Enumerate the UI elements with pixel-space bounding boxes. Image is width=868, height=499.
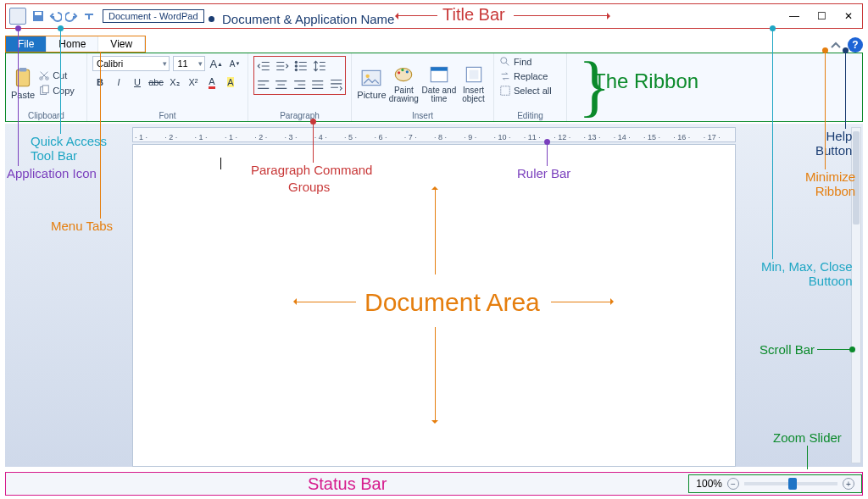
- undo-icon[interactable]: [48, 9, 62, 23]
- tab-view[interactable]: View: [98, 36, 145, 52]
- picture-icon: [360, 67, 382, 89]
- svg-point-15: [402, 68, 404, 70]
- subscript-button[interactable]: X₂: [167, 75, 182, 90]
- qat-customize-icon[interactable]: [82, 9, 96, 23]
- paste-icon: [12, 67, 34, 89]
- calendar-icon: [428, 64, 450, 86]
- indent-decrease-icon[interactable]: [256, 58, 271, 74]
- application-icon[interactable]: [9, 8, 26, 25]
- group-insert: Picture Paint drawing Date and time Inse…: [352, 53, 494, 121]
- svg-point-8: [295, 61, 298, 64]
- svg-rect-3: [19, 68, 27, 71]
- window-title: Document - WordPad: [103, 9, 204, 23]
- bullets-icon[interactable]: [293, 58, 309, 74]
- title-bar: Document - WordPad — ☐ ✕: [5, 3, 863, 29]
- tab-file[interactable]: File: [6, 36, 47, 52]
- highlight-button[interactable]: A: [223, 75, 238, 90]
- svg-point-16: [406, 70, 409, 73]
- align-center-icon[interactable]: [274, 77, 288, 92]
- svg-point-21: [501, 58, 507, 64]
- svg-point-14: [398, 71, 400, 74]
- group-font: Calibri 11 A▲ A▼ B I U abc X₂ X² A A Fon…: [87, 53, 248, 121]
- shrink-font-button[interactable]: A▼: [227, 56, 242, 71]
- font-size-combo[interactable]: 11: [173, 56, 205, 71]
- label-win-buttons: Min, Max, Close Buttoon: [761, 259, 853, 288]
- group-paragraph: Paragraph: [248, 53, 352, 121]
- text-cursor: [220, 158, 221, 169]
- insert-paint-button[interactable]: Paint drawing: [388, 64, 420, 103]
- zoom-thumb[interactable]: [788, 478, 797, 490]
- label-qat: Quick Access Tool Bar: [31, 134, 107, 163]
- label-ribbon: The Ribbon: [593, 69, 698, 93]
- strike-button[interactable]: abc: [148, 75, 164, 90]
- align-right-icon[interactable]: [292, 77, 307, 92]
- svg-point-10: [295, 69, 298, 71]
- font-family-combo[interactable]: Calibri: [92, 56, 170, 71]
- select-all-button[interactable]: Select all: [499, 85, 561, 97]
- svg-point-9: [295, 64, 298, 67]
- label-app-icon: Application Icon: [7, 166, 97, 180]
- label-title-bar: Title Bar: [442, 5, 505, 25]
- insert-date-button[interactable]: Date and time: [421, 64, 457, 103]
- insert-picture-button[interactable]: Picture: [357, 67, 387, 100]
- label-status-bar: Status Bar: [6, 474, 688, 494]
- copy-icon: [38, 85, 50, 97]
- grow-font-button[interactable]: A▲: [209, 56, 224, 71]
- align-left-icon[interactable]: [256, 77, 270, 92]
- close-button[interactable]: ✕: [835, 7, 862, 25]
- minimize-ribbon-icon[interactable]: [829, 39, 843, 53]
- cut-icon: [38, 69, 50, 81]
- label-para-groups-1: Paragraph Command: [251, 163, 372, 177]
- label-doc-app: Document & Application Name: [222, 12, 394, 26]
- zoom-slider: 100% − +: [688, 474, 862, 493]
- status-bar: Status Bar 100% − +: [5, 472, 863, 496]
- ruler-bar[interactable]: · 1 ·· 2 ·· 1 ·· 1 ·· 2 ·· 3 ·· 4 ·· 5 ·…: [132, 127, 736, 142]
- align-justify-icon[interactable]: [310, 77, 325, 92]
- label-document-area: Document Area: [364, 288, 540, 317]
- svg-rect-22: [501, 86, 510, 96]
- zoom-percent: 100%: [696, 478, 722, 490]
- superscript-button[interactable]: X²: [186, 75, 201, 90]
- svg-rect-18: [431, 67, 448, 70]
- svg-rect-20: [469, 69, 478, 79]
- label-menu-tabs: Menu Tabs: [51, 219, 113, 233]
- label-scroll: Scroll Bar: [760, 342, 815, 357]
- indent-increase-icon[interactable]: [275, 58, 290, 74]
- line-spacing-icon[interactable]: [312, 58, 327, 74]
- label-help: Help Button: [815, 129, 852, 158]
- minimize-button[interactable]: —: [781, 7, 808, 25]
- svg-rect-1: [35, 12, 42, 15]
- select-all-icon: [499, 85, 511, 97]
- zoom-out-button[interactable]: −: [727, 478, 739, 490]
- replace-icon: [499, 70, 511, 82]
- zoom-in-button[interactable]: +: [843, 478, 854, 490]
- underline-button[interactable]: U: [130, 75, 145, 90]
- find-icon: [499, 56, 511, 68]
- italic-button[interactable]: I: [111, 75, 126, 90]
- insert-object-button[interactable]: Insert object: [459, 64, 488, 103]
- ribbon: Paste Cut Copy Clipboard Calibri 11 A▲ A…: [5, 53, 863, 122]
- menu-tabs: File Home View ?: [5, 34, 863, 53]
- font-color-button[interactable]: A: [204, 75, 220, 90]
- zoom-track[interactable]: [744, 482, 837, 485]
- paste-button[interactable]: Paste: [11, 67, 35, 100]
- label-ruler: Ruler Bar: [517, 166, 570, 180]
- svg-rect-7: [42, 86, 48, 93]
- cut-button[interactable]: Cut: [38, 69, 75, 81]
- find-button[interactable]: Find: [499, 56, 561, 68]
- object-icon: [463, 64, 485, 86]
- group-editing: Find Replace Select all Editing: [494, 53, 567, 121]
- maximize-button[interactable]: ☐: [808, 7, 835, 25]
- label-zoom: Zoom Slider: [773, 430, 842, 445]
- save-icon[interactable]: [31, 9, 45, 23]
- label-min-ribbon: Minimize Ribbon: [805, 169, 855, 198]
- tab-home[interactable]: Home: [47, 36, 98, 52]
- paragraph-dialog-icon[interactable]: [329, 77, 343, 92]
- svg-point-12: [366, 74, 370, 77]
- label-para-groups-2: Groups: [288, 180, 330, 194]
- copy-button[interactable]: Copy: [38, 85, 75, 97]
- help-button[interactable]: ?: [848, 37, 863, 53]
- redo-icon[interactable]: [65, 9, 79, 23]
- paint-icon: [392, 64, 415, 86]
- replace-button[interactable]: Replace: [499, 70, 561, 82]
